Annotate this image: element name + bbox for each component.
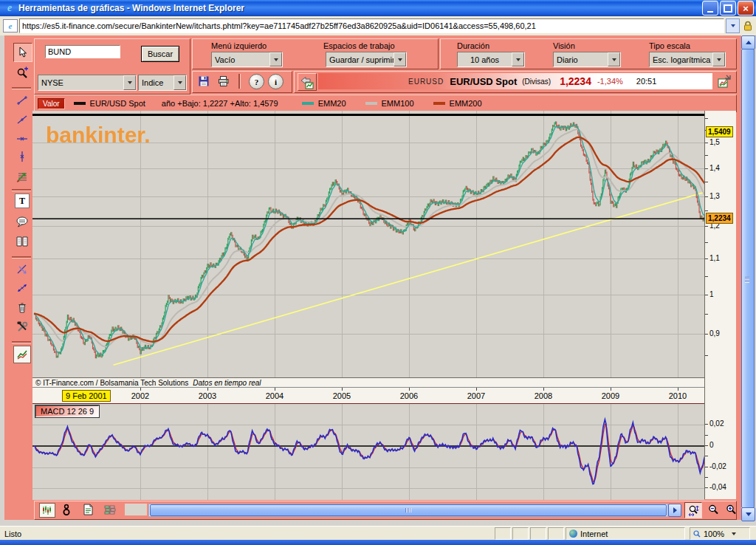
ie-logo-icon: e bbox=[2, 2, 17, 14]
select-cursor-icon[interactable] bbox=[13, 43, 32, 62]
menu-panel: Menú izquierdo Vacío Espacios de trabajo… bbox=[192, 38, 439, 69]
delete-drawing-icon[interactable] bbox=[13, 261, 31, 278]
instrument-type-select[interactable]: Indice bbox=[138, 75, 187, 91]
emm20-swatch bbox=[302, 102, 314, 105]
quote-category: (Divisas) bbox=[522, 78, 551, 86]
segment-tool-icon[interactable] bbox=[13, 92, 31, 109]
address-bar: e https://es5.it-finance.com/secure/Bank… bbox=[0, 16, 756, 36]
window-title: Herramientas de gráficas - Windows Inter… bbox=[18, 3, 702, 13]
chevron-down-icon[interactable] bbox=[173, 75, 186, 90]
search-input[interactable] bbox=[45, 45, 120, 58]
close-button[interactable]: × bbox=[738, 1, 754, 16]
news-icon[interactable] bbox=[80, 503, 95, 516]
macd-axis-tick bbox=[705, 435, 708, 436]
search-panel: Buscar NYSE Indice bbox=[34, 38, 190, 95]
hscroll-right-button[interactable] bbox=[668, 504, 681, 517]
emm20-label[interactable]: EMM20 bbox=[318, 99, 346, 108]
price-axis-tick bbox=[705, 118, 708, 119]
workspaces-label: Espacios de trabajo bbox=[323, 41, 395, 50]
fibonacci-tool-icon[interactable] bbox=[13, 167, 31, 185]
time-axis-label: 2005 bbox=[326, 391, 358, 400]
time-axis-label: 2008 bbox=[527, 391, 560, 400]
chevron-down-icon[interactable] bbox=[123, 75, 136, 90]
help-button[interactable]: ? bbox=[249, 74, 264, 89]
url-dropdown-button[interactable] bbox=[726, 18, 740, 33]
text-tool-icon[interactable]: T bbox=[15, 193, 30, 208]
price-axis-tick bbox=[705, 226, 708, 227]
chart-style-icon[interactable] bbox=[13, 346, 31, 363]
scale-type-select[interactable]: Esc. logarítmica bbox=[649, 52, 726, 67]
zoom-level-icon bbox=[693, 529, 701, 538]
chevron-down-icon[interactable] bbox=[394, 52, 406, 66]
quote-strip: EURUSD EUR/USD Spot (Divisas) 1,2234 -1,… bbox=[318, 73, 712, 89]
trendline-tool-icon[interactable] bbox=[13, 111, 31, 128]
time-axis-tick bbox=[342, 388, 343, 391]
horizontal-line-tool-icon[interactable] bbox=[13, 130, 31, 148]
chevron-down-icon[interactable] bbox=[712, 52, 725, 66]
vertical-line-tool-icon[interactable] bbox=[13, 148, 31, 165]
restore-button[interactable] bbox=[720, 1, 736, 16]
macd-axis: 0,020-0,02-0,04 bbox=[704, 403, 736, 499]
zoom-fit-icon[interactable] bbox=[684, 502, 702, 518]
price-highlight-label: 1,2234 bbox=[706, 213, 733, 224]
macd-axis-tick bbox=[705, 445, 708, 446]
hscrollbar-thumb[interactable] bbox=[150, 504, 667, 516]
quote-time: 20:51 bbox=[636, 77, 657, 86]
market-depth-icon[interactable] bbox=[103, 503, 117, 516]
price-axis-tick bbox=[705, 182, 708, 182]
duration-select[interactable]: 10 años bbox=[457, 52, 525, 67]
view-panel: Duración 10 años Visión Diario Tipo esca… bbox=[440, 38, 737, 69]
candle-chart-icon[interactable] bbox=[39, 503, 55, 518]
zoom-in-icon[interactable] bbox=[723, 502, 739, 517]
vscroll-down-button[interactable] bbox=[741, 507, 755, 521]
page-icon: e bbox=[3, 19, 18, 32]
move-drawing-icon[interactable] bbox=[13, 279, 31, 297]
chevron-down-icon[interactable] bbox=[608, 52, 620, 66]
url-input[interactable]: https://es5.it-finance.com/secure/Bankin… bbox=[19, 18, 724, 33]
left-menu-label: Menú izquierdo bbox=[211, 41, 267, 50]
status-cell bbox=[530, 527, 546, 540]
price-chart-canvas[interactable] bbox=[32, 111, 704, 377]
minimize-button[interactable] bbox=[702, 1, 718, 16]
time-axis-label: 2004 bbox=[258, 391, 291, 400]
time-axis: 9 Feb 2001 20022003200420052006200720082… bbox=[32, 387, 704, 404]
security-lock-icon bbox=[740, 18, 756, 33]
chevron-down-icon[interactable] bbox=[269, 52, 282, 66]
status-cell bbox=[548, 527, 564, 540]
notes-book-icon[interactable] bbox=[13, 233, 31, 250]
quote-panel: EURUSD EUR/USD Spot (Divisas) 1,2234 -1,… bbox=[294, 71, 737, 93]
status-zoom-cell[interactable]: 100% bbox=[690, 527, 750, 540]
workspaces-select[interactable]: Guardar / suprimir... bbox=[326, 52, 407, 67]
year-range-label: año +Bajo: 1,2227 +Alto: 1,4579 bbox=[162, 99, 278, 108]
macd-label: MACD 12 26 9 bbox=[35, 405, 99, 417]
quote-change: -1,34% bbox=[597, 77, 623, 86]
emm200-label[interactable]: EMM200 bbox=[450, 99, 482, 108]
back-to-chart-icon[interactable] bbox=[298, 73, 317, 91]
macd-chart-canvas[interactable] bbox=[32, 403, 704, 500]
exchange-value: NYSE bbox=[38, 78, 123, 87]
chevron-down-icon[interactable] bbox=[512, 52, 524, 66]
vscrollbar-thumb[interactable] bbox=[741, 49, 755, 508]
callout-tool-icon[interactable] bbox=[13, 213, 31, 230]
emm100-label[interactable]: EMM100 bbox=[382, 99, 414, 108]
trash-icon[interactable] bbox=[13, 298, 31, 316]
time-axis-label: 2009 bbox=[594, 391, 627, 400]
left-menu-select[interactable]: Vacío bbox=[211, 52, 283, 67]
zoom-out-icon[interactable] bbox=[705, 502, 721, 517]
search-button[interactable]: Buscar bbox=[141, 46, 179, 62]
indicator-settings-icon[interactable] bbox=[60, 503, 73, 516]
vision-select[interactable]: Diario bbox=[553, 52, 621, 67]
save-icon[interactable] bbox=[197, 75, 210, 88]
exchange-select[interactable]: NYSE bbox=[38, 75, 137, 91]
vscrollbar[interactable] bbox=[741, 35, 754, 520]
popout-chart-icon[interactable] bbox=[715, 73, 733, 89]
hscrollbar-track[interactable] bbox=[148, 504, 668, 517]
print-icon[interactable] bbox=[216, 75, 231, 88]
zoom-dropdown-icon[interactable] bbox=[732, 532, 736, 538]
tools-settings-icon[interactable] bbox=[13, 318, 31, 335]
zoom-tool-icon[interactable] bbox=[13, 64, 31, 81]
price-axis-tick bbox=[705, 295, 708, 295]
info-button[interactable]: i bbox=[268, 74, 284, 89]
valor-badge: Valor bbox=[38, 98, 65, 109]
vscroll-up-button[interactable] bbox=[741, 35, 755, 49]
